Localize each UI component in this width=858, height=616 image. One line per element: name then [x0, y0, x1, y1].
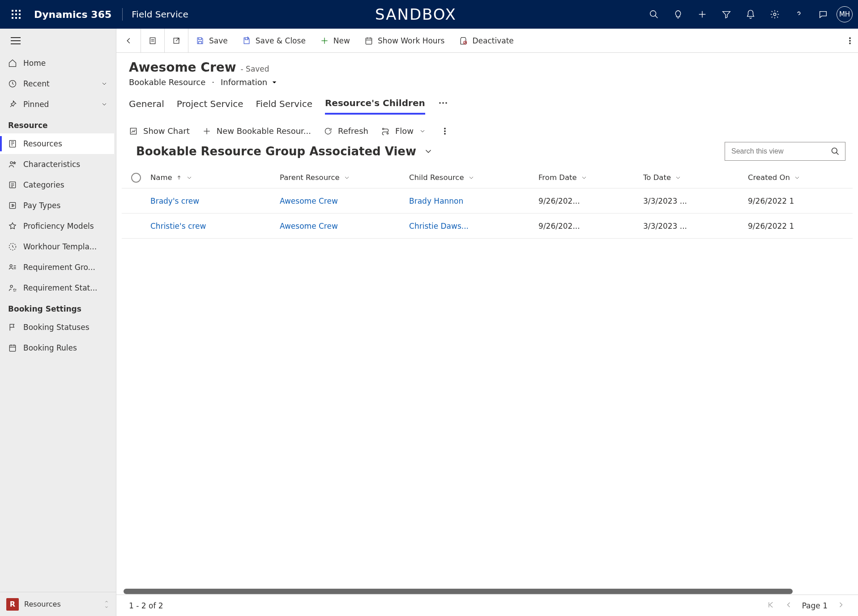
column-label: To Date [643, 173, 671, 182]
sidebar-item-pinned[interactable]: Pinned [0, 94, 114, 115]
sidebar-item-booking-rules[interactable]: Booking Rules [0, 338, 114, 358]
cell-parent[interactable]: Awesome Crew [280, 222, 409, 231]
new-bookable-resource-group-button[interactable]: New Bookable Resour... [202, 126, 311, 136]
sidebar-item-booking-statuses[interactable]: Booking Statuses [0, 317, 114, 338]
assistant-button[interactable] [667, 4, 689, 25]
chevron-down-icon [101, 101, 108, 108]
deactivate-button[interactable]: Deactivate [452, 29, 521, 52]
form-selector[interactable]: Information [221, 77, 278, 87]
column-header-name[interactable]: Name [150, 173, 280, 182]
save-close-button[interactable]: Save & Close [235, 29, 313, 52]
sidebar-item-home[interactable]: Home [0, 53, 114, 73]
form-overflow-button[interactable] [842, 36, 858, 45]
open-record-set-button[interactable] [141, 29, 165, 52]
sidebar-item-recent[interactable]: Recent [0, 73, 114, 94]
cell-name[interactable]: Brady's crew [150, 197, 280, 205]
view-selector[interactable]: Bookable Resource Group Associated View [136, 145, 433, 158]
sidebar-item-workhour-templates[interactable]: Workhour Templa... [0, 236, 114, 257]
column-header-created[interactable]: Created On [748, 173, 853, 182]
sidebar-item-requirement-groups[interactable]: Requirement Gro... [0, 257, 114, 278]
first-page-icon [766, 600, 775, 609]
sidebar-item-label: Recent [23, 79, 50, 88]
cell-from: 9/26/202... [538, 197, 643, 205]
area-switcher[interactable]: R Resources [0, 592, 116, 616]
subgrid-overflow-button[interactable] [440, 127, 449, 136]
save-button[interactable]: Save [188, 29, 235, 52]
form-tabs: General Project Service Field Service Re… [116, 87, 858, 115]
flow-button[interactable]: Flow [381, 126, 426, 136]
search-button[interactable] [643, 4, 665, 25]
refresh-button[interactable]: Refresh [324, 126, 368, 136]
cell-name[interactable]: Christie's crew [150, 222, 280, 231]
svg-point-33 [444, 133, 446, 134]
quick-create-button[interactable] [692, 4, 713, 25]
tab-project-service[interactable]: Project Service [177, 98, 243, 114]
open-in-new-window-button[interactable] [165, 29, 188, 52]
pager-page-label: Page 1 [802, 601, 828, 610]
svg-rect-6 [9, 141, 15, 147]
sidebar-item-requirement-statuses[interactable]: Requirement Stat... [0, 278, 114, 298]
money-box-icon [8, 201, 17, 210]
view-search[interactable] [725, 142, 845, 161]
sidebar-item-pay-types[interactable]: Pay Types [0, 195, 114, 216]
help-button[interactable] [788, 4, 810, 25]
sidebar-item-label: Booking Statuses [23, 323, 90, 332]
back-button[interactable] [116, 29, 141, 52]
show-chart-button[interactable]: Show Chart [129, 126, 190, 136]
settings-button[interactable] [764, 4, 785, 25]
horizontal-scrollbar[interactable] [124, 588, 851, 595]
tabs-overflow-button[interactable] [438, 98, 448, 115]
select-all-toggle[interactable] [122, 173, 150, 183]
cell-parent[interactable]: Awesome Crew [280, 197, 409, 205]
person-setting-icon [8, 283, 17, 292]
table-row[interactable]: Brady's crew Awesome Crew Brady Hannon 9… [122, 188, 853, 214]
save-label: Save [209, 36, 228, 45]
tab-general[interactable]: General [129, 98, 164, 114]
user-initials: MH [839, 10, 850, 18]
plus-icon [697, 9, 707, 19]
pager-prev-button[interactable] [784, 600, 793, 611]
tab-label: General [129, 98, 164, 109]
table-row[interactable]: Christie's crew Awesome Crew Christie Da… [122, 214, 853, 239]
app-name-label[interactable]: Field Service [132, 9, 188, 20]
gear-icon [770, 9, 780, 19]
column-header-to[interactable]: To Date [643, 173, 748, 182]
scrollbar-thumb[interactable] [124, 589, 793, 594]
view-header: Bookable Resource Group Associated View [116, 142, 858, 167]
nav-toggle-button[interactable] [11, 37, 21, 44]
deactivate-icon [459, 36, 468, 45]
column-header-child[interactable]: Child Resource [409, 173, 538, 182]
new-button[interactable]: New [313, 29, 357, 52]
user-avatar[interactable]: MH [837, 6, 853, 22]
pager-next-button[interactable] [837, 600, 845, 611]
sidebar-item-resources[interactable]: Resources [0, 133, 114, 154]
area-switcher-chevrons[interactable] [103, 599, 110, 609]
pager-first-button[interactable] [766, 600, 775, 611]
show-chart-label: Show Chart [143, 126, 190, 136]
global-nav: Dynamics 365 Field Service SANDBOX MH [0, 0, 858, 29]
app-shell: Home Recent Pinned Resource Resources Ch… [0, 29, 858, 616]
sidebar-item-label: Proficiency Models [23, 222, 94, 231]
global-filter-button[interactable] [716, 4, 737, 25]
tab-resources-children[interactable]: Resource's Children [325, 98, 425, 115]
column-header-from[interactable]: From Date [538, 173, 643, 182]
chat-button[interactable] [812, 4, 834, 25]
sidebar-item-label: Booking Rules [23, 343, 77, 352]
sidebar-item-categories[interactable]: Categories [0, 175, 114, 195]
cell-child[interactable]: Brady Hannon [409, 197, 538, 205]
notifications-button[interactable] [740, 4, 761, 25]
chevron-up-icon [103, 599, 110, 604]
app-launcher-button[interactable] [5, 4, 27, 25]
cell-from: 9/26/202... [538, 222, 643, 231]
cell-child[interactable]: Christie Daws... [409, 222, 538, 231]
tab-field-service[interactable]: Field Service [256, 98, 312, 114]
show-work-hours-button[interactable]: Show Work Hours [357, 29, 452, 52]
subgrid-command-bar: Show Chart New Bookable Resour... Refres… [116, 115, 858, 142]
column-header-parent[interactable]: Parent Resource [280, 173, 409, 182]
sidebar-item-proficiency-models[interactable]: Proficiency Models [0, 216, 114, 236]
search-input[interactable] [730, 147, 827, 156]
more-horizontal-icon [438, 98, 448, 108]
chevron-down-icon [419, 128, 426, 135]
chevron-down-icon [423, 146, 433, 156]
sidebar-item-characteristics[interactable]: Characteristics [0, 154, 114, 175]
